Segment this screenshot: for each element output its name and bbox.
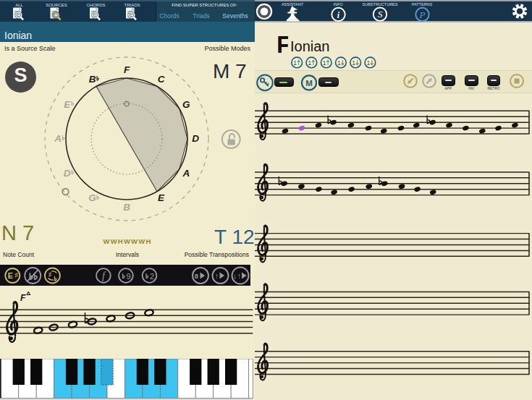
svg-text:A: A [54, 133, 62, 144]
svg-text:F: F [20, 293, 26, 303]
svg-text:9: 9 [126, 272, 130, 281]
svg-text:1: 1 [337, 59, 341, 67]
svg-text:C: C [158, 74, 165, 85]
svg-text:F: F [124, 64, 130, 75]
svg-text:1: 1 [352, 59, 355, 67]
svg-text:B: B [89, 74, 96, 85]
svg-text:G: G [182, 99, 190, 110]
svg-text:f: f [102, 271, 106, 281]
svg-text:M: M [305, 79, 313, 88]
svg-text:↑: ↑ [237, 271, 242, 280]
svg-text:1: 1 [293, 59, 297, 67]
svg-text:G: G [88, 192, 96, 203]
svg-text:E: E [8, 271, 13, 280]
svg-text:A: A [182, 168, 190, 179]
svg-text:i: i [337, 10, 340, 20]
svg-text:D: D [192, 133, 199, 144]
svg-text:↓: ↓ [233, 271, 237, 280]
svg-text:D: D [64, 168, 71, 179]
svg-text:↑: ↑ [215, 271, 219, 280]
svg-text:♯: ♯ [14, 271, 18, 278]
svg-text:1: 1 [308, 59, 311, 67]
svg-text:P: P [419, 9, 426, 20]
svg-text:1: 1 [366, 59, 370, 67]
svg-text:2: 2 [150, 272, 154, 281]
svg-text:B: B [123, 202, 130, 213]
svg-text:1: 1 [323, 59, 326, 67]
svg-text:E: E [64, 99, 71, 110]
svg-text:♯: ♯ [48, 271, 51, 278]
svg-text:8: 8 [195, 272, 198, 280]
svg-text:E: E [158, 192, 165, 203]
svg-text:S: S [378, 9, 383, 20]
